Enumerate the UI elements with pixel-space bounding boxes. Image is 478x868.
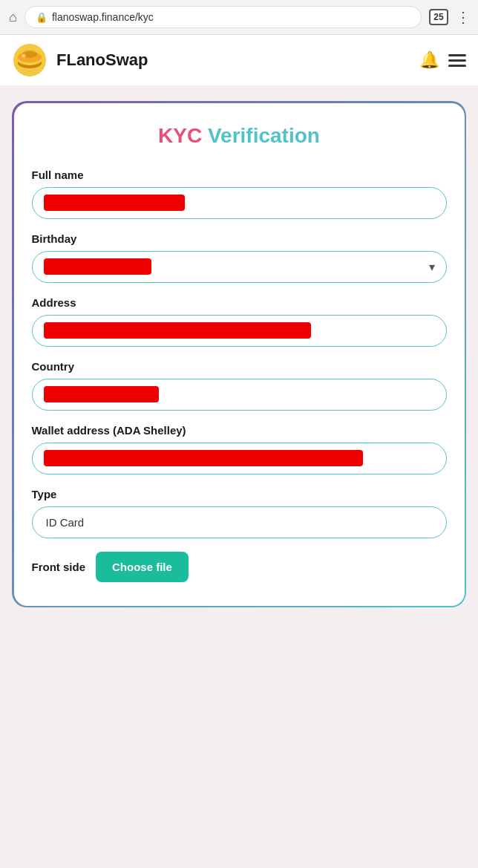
address-label: Address (32, 296, 447, 309)
wallet-label: Wallet address (ADA Shelley) (32, 424, 447, 437)
main-content: KYC Verification Full name Birthday (0, 86, 478, 622)
app-header: FLanoSwap 🔔 (0, 35, 478, 86)
wallet-input[interactable] (32, 443, 447, 474)
country-label: Country (32, 360, 447, 373)
kyc-title-verification: Verification (208, 124, 320, 147)
lock-icon: 🔒 (36, 12, 48, 23)
url-text: flanoswap.finance/kyc (52, 11, 154, 23)
wallet-group: Wallet address (ADA Shelley) (32, 424, 447, 474)
country-input[interactable] (32, 379, 447, 411)
type-group: Type (32, 488, 447, 538)
kyc-title-kyc: KYC (158, 124, 202, 147)
app-title: FLanoSwap (56, 50, 410, 70)
full-name-input[interactable] (32, 187, 447, 219)
full-name-input-wrapper (32, 187, 447, 219)
bell-icon[interactable]: 🔔 (419, 50, 439, 70)
full-name-label: Full name (32, 169, 447, 181)
kyc-title: KYC Verification (32, 124, 447, 148)
birthday-select-wrapper: ▾ (32, 251, 447, 283)
type-input[interactable] (32, 506, 447, 538)
birthday-group: Birthday ▾ (32, 232, 447, 283)
address-input[interactable] (32, 315, 447, 347)
country-input-wrapper (32, 379, 447, 411)
kyc-card-wrapper: KYC Verification Full name Birthday (12, 101, 466, 607)
front-side-label: Front side (32, 561, 86, 573)
url-bar[interactable]: 🔒 flanoswap.finance/kyc (24, 6, 422, 28)
birthday-label: Birthday (32, 232, 447, 245)
birthday-select[interactable] (32, 251, 447, 283)
hamburger-menu-icon[interactable] (448, 54, 466, 67)
home-icon[interactable]: ⌂ (9, 10, 17, 25)
svg-point-5 (22, 54, 26, 58)
tab-count[interactable]: 25 (429, 9, 448, 25)
type-input-wrapper (32, 506, 447, 538)
browser-menu-icon[interactable]: ⋮ (456, 8, 469, 26)
address-group: Address (32, 296, 447, 347)
choose-file-button[interactable]: Choose file (96, 552, 189, 582)
type-label: Type (32, 488, 447, 500)
address-input-wrapper (32, 315, 447, 347)
wallet-input-wrapper (32, 443, 447, 474)
kyc-card: KYC Verification Full name Birthday (14, 103, 465, 606)
country-group: Country (32, 360, 447, 411)
full-name-group: Full name (32, 169, 447, 219)
front-side-row: Front side Choose file (32, 552, 447, 582)
app-logo (12, 42, 48, 78)
browser-chrome: ⌂ 🔒 flanoswap.finance/kyc 25 ⋮ (0, 0, 478, 35)
